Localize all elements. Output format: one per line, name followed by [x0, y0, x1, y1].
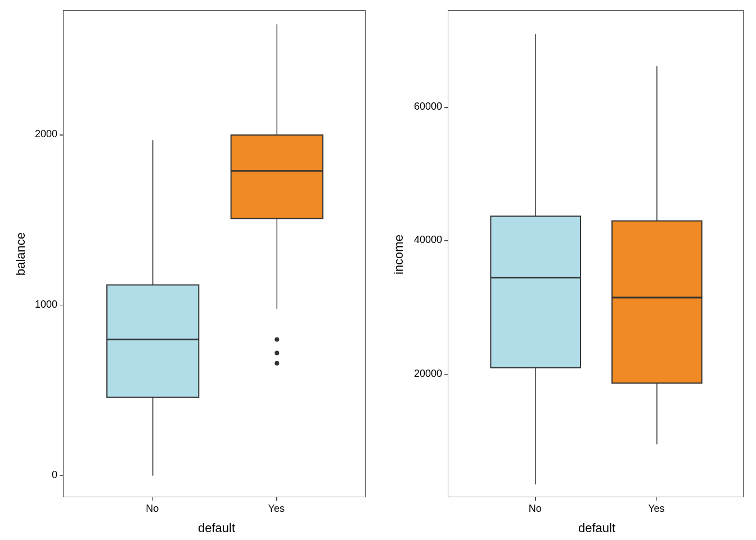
x-tick-label: No [146, 503, 159, 515]
svg-rect-6 [231, 135, 323, 218]
x-tick-mark [152, 497, 154, 501]
panel-balance: balance default 0 1000 2000 No Yes [0, 0, 378, 540]
y-tick-mark [444, 107, 448, 108]
y-tick-label: 0 [12, 469, 57, 481]
y-tick-mark [60, 475, 63, 476]
x-tick-label: Yes [648, 503, 664, 515]
x-tick-label: Yes [268, 503, 285, 515]
y-tick-label: 60000 [397, 101, 442, 112]
x-tick-mark [276, 497, 277, 501]
y-tick-label: 1000 [12, 299, 57, 310]
svg-point-8 [274, 337, 279, 341]
y-axis-title-balance: balance [14, 232, 28, 276]
y-tick-label: 40000 [397, 234, 442, 246]
y-tick-mark [60, 305, 63, 306]
x-tick-label: No [529, 503, 542, 515]
y-tick-mark [60, 134, 63, 136]
svg-rect-17 [612, 221, 702, 383]
y-tick-label: 2000 [12, 128, 57, 140]
x-axis-title-balance: default [198, 521, 235, 536]
svg-rect-2 [107, 285, 199, 398]
y-tick-mark [444, 240, 448, 241]
plot-area-income [448, 10, 744, 497]
svg-rect-13 [490, 216, 580, 367]
x-tick-mark [656, 497, 658, 501]
boxplot-svg-income [448, 11, 744, 498]
plot-area-balance [63, 10, 366, 497]
x-tick-mark [535, 497, 536, 501]
svg-point-9 [274, 351, 279, 356]
svg-point-10 [274, 361, 279, 366]
boxplot-svg-balance [64, 11, 366, 498]
chart-grid: balance default 0 1000 2000 No Yes incom… [0, 0, 756, 540]
y-tick-label: 20000 [397, 368, 442, 380]
x-axis-title-income: default [578, 521, 615, 536]
y-tick-mark [444, 374, 448, 375]
panel-income: income default 20000 40000 60000 No Yes [378, 0, 756, 540]
